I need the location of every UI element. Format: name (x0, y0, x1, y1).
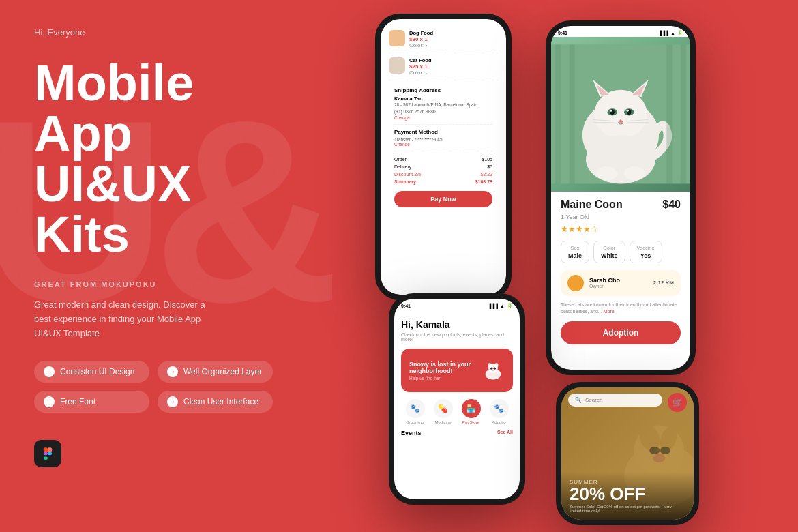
svg-point-19 (596, 166, 617, 180)
features-list: Consisten UI Design Well Organized Layer… (34, 361, 273, 413)
checkout-item-2: Cat Food $25 x 1 Color: - (389, 53, 498, 80)
pay-now-button[interactable]: Pay Now (394, 191, 492, 207)
kamala-content: Hi, Kamala Check out the new products, e… (394, 314, 520, 446)
item-thumb-2 (389, 57, 405, 74)
status-icons-3: ▐▐▐▲🔋 (488, 303, 513, 308)
adoption-icon: 🐾 (490, 399, 509, 418)
feature-consisten-ui: Consisten UI Design (34, 361, 149, 383)
nav-adoption[interactable]: 🐾 Adoptio (490, 399, 509, 424)
cat-stars: ★★★★☆ (561, 224, 681, 234)
arrow-icon (44, 366, 55, 377)
delivery-row: Delivery $6 (394, 163, 492, 171)
sale-percent: 20% OFF (570, 485, 685, 503)
nav-grooming[interactable]: 🐾 Grooming (406, 399, 425, 424)
svg-point-31 (494, 367, 496, 369)
item-name-2: Cat Food (409, 57, 432, 63)
total-row: Summary $108.78 (394, 178, 492, 186)
shipping-name: Kamala Tan (394, 95, 492, 102)
item-thumb-1 (389, 30, 405, 46)
left-panel: Hi, Everyone Mobile App UI&UX Kits GREAT… (0, 0, 307, 532)
description-text: Great modern and clean design. Discover … (34, 298, 218, 340)
cat-price: $40 (662, 198, 681, 211)
arrow-icon-4 (167, 396, 178, 407)
cart-icon[interactable]: 🛒 (668, 393, 687, 412)
svg-point-18 (586, 135, 655, 183)
search-icon: 🔍 (575, 397, 582, 403)
owner-info: Sarah Cho Owner (589, 277, 620, 289)
item-color-1: Color: • (409, 42, 433, 48)
pet-store-icon: 🏪 (462, 399, 481, 418)
banner-dog-icon (482, 357, 505, 384)
item-name-1: Dog Food (409, 30, 433, 36)
phone-sale: 🔍 Search 🛒 SUMMER 20% OFF Summer Sale! G… (556, 382, 699, 525)
search-bar[interactable]: 🔍 Search (568, 394, 662, 407)
cat-name: Maine Coon (561, 198, 623, 211)
svg-point-12 (627, 110, 629, 112)
nav-icons: 🐾 Grooming 💊 Medicine 🏪 Pet Store 🐾 Adop… (401, 399, 513, 424)
discount-row: Discount 2% -$2.22 (394, 171, 492, 178)
grooming-icon: 🐾 (406, 399, 425, 418)
svg-point-11 (610, 110, 612, 112)
maine-coon-screen: 9:41 ▐▐▐ ▲ 🔋 (551, 26, 690, 370)
kamala-sub: Check out the new products, events, plac… (401, 332, 513, 342)
more-link[interactable]: More (604, 309, 615, 314)
sale-overlay: SUMMER 20% OFF Summer Sale! Get 20% off … (561, 472, 694, 520)
svg-point-38 (649, 447, 660, 454)
shipping-change[interactable]: Change (394, 115, 492, 120)
cat-info: Maine Coon $40 1 Year Old ★★★★☆ Sex Male… (551, 192, 690, 351)
shipping-address: 28 - 987 Latona IVE NA, Barcelona, Spain… (394, 102, 492, 115)
adopt-button[interactable]: Adoption (561, 321, 681, 344)
shipping-label: Shipping Address (394, 87, 492, 93)
feature-well-organized: Well Organized Layer (158, 361, 273, 383)
brand-tag: GREAT FROM MOKUPOKU (34, 280, 273, 289)
payment-change[interactable]: Change (394, 142, 492, 147)
phones-area: Dog Food $80 x 1 Color: • Cat Food $25 x… (286, 0, 798, 532)
nav-medicine[interactable]: 💊 Medicine (434, 399, 453, 424)
item-price-1: $80 x 1 (409, 36, 433, 42)
payment-method: Transfer - ***** **** 9045 (394, 137, 492, 142)
item-info-1: Dog Food $80 x 1 Color: • (409, 30, 433, 48)
status-bar-3: 9:41 ▐▐▐▲🔋 (394, 299, 520, 310)
cat-tags: Sex Male Color White Vaccine Yes (561, 241, 681, 263)
svg-point-30 (490, 367, 492, 369)
checkout-details: Shipping Address Kamala Tan 28 - 987 Lat… (389, 80, 498, 210)
lost-pet-banner[interactable]: Snowy is lost in your neighborhood! Help… (401, 349, 513, 392)
status-bar-2: 9:41 ▐▐▐ ▲ 🔋 (551, 26, 690, 37)
medicine-icon: 💊 (434, 399, 453, 418)
greeting-text: Hi, Everyone (34, 27, 273, 38)
svg-point-32 (492, 370, 494, 371)
svg-point-40 (653, 454, 665, 462)
arrow-icon-2 (167, 366, 178, 377)
sale-screen-container: 🔍 Search 🛒 SUMMER 20% OFF Summer Sale! G… (561, 387, 694, 520)
see-all-link[interactable]: See All (497, 430, 513, 437)
feature-free-font: Free Font (34, 391, 149, 413)
owner-row: Sarah Cho Owner 2.12 KM (561, 270, 681, 296)
figma-icon (34, 440, 61, 467)
home-screen: 9:41 ▐▐▐▲🔋 Hi, Kamala Check out the new … (394, 299, 520, 499)
nav-pet-store[interactable]: 🏪 Pet Store (462, 399, 481, 424)
sale-content: 🔍 Search 🛒 (561, 387, 694, 423)
cat-description: These cats are known for their friendly … (561, 301, 681, 316)
cat-age: 1 Year Old (561, 213, 681, 220)
banner-text: Snowy is lost in your neighborhood! Help… (409, 361, 482, 381)
svg-point-20 (624, 166, 645, 180)
phone-checkout: Dog Food $80 x 1 Color: • Cat Food $25 x… (375, 14, 512, 300)
cat-header: Maine Coon $40 (561, 198, 681, 211)
phone-home: 9:41 ▐▐▐▲🔋 Hi, Kamala Check out the new … (389, 293, 525, 505)
item-price-2: $25 x 1 (409, 63, 432, 70)
checkout-screen: Dog Food $80 x 1 Color: • Cat Food $25 x… (381, 19, 506, 295)
item-color-2: Color: - (409, 70, 432, 76)
arrow-icon-3 (44, 396, 55, 407)
cat-image (551, 37, 690, 192)
cat-tag-vaccine: Vaccine Yes (630, 241, 662, 263)
sale-screen: 🔍 Search 🛒 SUMMER 20% OFF Summer Sale! G… (561, 387, 694, 520)
order-row: Order $105 (394, 156, 492, 163)
checkout-item-1: Dog Food $80 x 1 Color: • (389, 26, 498, 53)
main-title: Mobile App UI&UX Kits (34, 58, 273, 260)
cat-tag-color: Color White (593, 241, 625, 263)
events-header: Events See All (401, 430, 513, 437)
kamala-greeting: Hi, Kamala (401, 319, 513, 330)
payment-label: Payment Method (394, 129, 492, 135)
sale-status-bar: 🔍 Search 🛒 (568, 393, 687, 412)
sale-description: Summer Sale! Get 20% off on select pet p… (570, 505, 685, 513)
